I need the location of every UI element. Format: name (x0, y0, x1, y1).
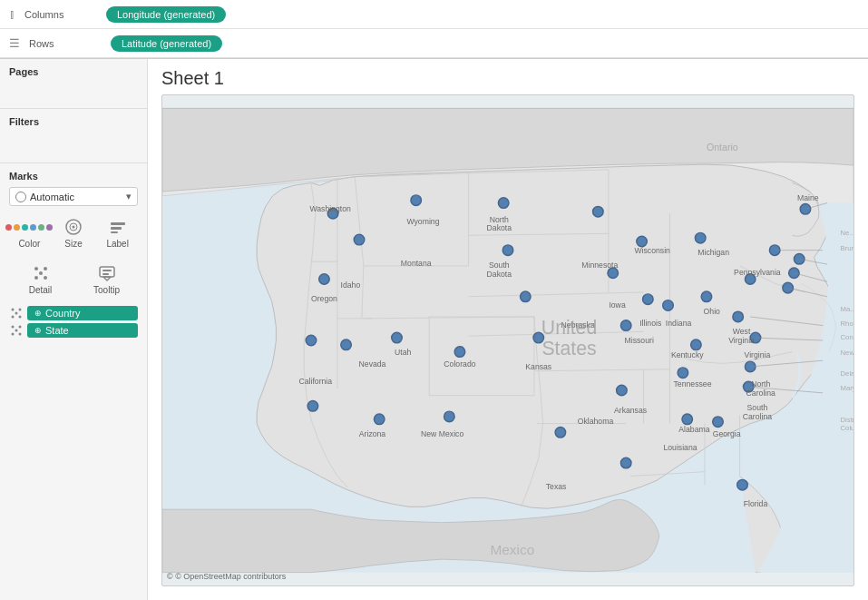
svg-text:Pennsylvania: Pennsylvania (734, 268, 781, 277)
svg-point-63 (502, 245, 513, 256)
detail-tooltip-row: Detail Tooltip (9, 260, 138, 299)
svg-text:Ne...: Ne... (841, 229, 853, 237)
pages-section: Pages (0, 59, 147, 109)
marks-field-country: ⊕ Country (9, 306, 138, 320)
color-dot-red (5, 224, 12, 231)
svg-text:West: West (733, 327, 751, 336)
svg-text:North: North (490, 215, 509, 224)
detail-label: Detail (29, 285, 53, 295)
top-bar: ⫿ Columns Longitude (generated) ☰ Rows L… (0, 0, 868, 59)
svg-text:Utah: Utah (395, 348, 411, 357)
svg-point-24 (19, 333, 22, 336)
svg-point-58 (411, 195, 422, 206)
svg-point-61 (444, 411, 455, 422)
svg-rect-13 (102, 270, 112, 271)
marks-title: Marks (9, 171, 138, 182)
svg-text:Illinois: Illinois (639, 319, 662, 328)
content-area: Sheet 1 (148, 59, 868, 600)
state-field[interactable]: ⊕ State (27, 323, 138, 338)
svg-point-57 (374, 414, 385, 425)
svg-point-66 (593, 206, 604, 217)
svg-rect-14 (102, 273, 109, 275)
rows-pill[interactable]: Latitude (generated) (111, 35, 222, 52)
columns-pill[interactable]: Longitude (generated) (106, 6, 226, 23)
color-icon (19, 217, 39, 237)
svg-text:Texas: Texas (546, 482, 567, 491)
svg-text:Maryland: Maryland (841, 384, 853, 392)
main-area: Pages Filters Marks Automatic ▾ (0, 59, 868, 600)
svg-point-10 (44, 276, 47, 280)
svg-point-23 (12, 333, 15, 336)
map-attribution: © © OpenStreetMap contributors (167, 572, 286, 581)
svg-point-71 (643, 294, 654, 305)
marks-type-dropdown[interactable]: Automatic ▾ (9, 187, 138, 206)
svg-point-2 (72, 226, 74, 229)
svg-text:Ma...: Ma... (841, 305, 853, 313)
svg-text:Columbia: Columbia (841, 424, 853, 432)
svg-text:Carolina: Carolina (746, 389, 775, 398)
svg-rect-5 (111, 231, 118, 233)
label-icon (108, 217, 128, 237)
svg-point-20 (12, 326, 15, 329)
tooltip-icon (97, 263, 117, 283)
svg-text:Connecti...: Connecti... (841, 333, 853, 341)
svg-text:Rhod...: Rhod... (841, 320, 853, 328)
color-button[interactable]: Color (9, 213, 50, 252)
svg-text:Oklahoma: Oklahoma (578, 417, 614, 426)
marks-type-label: Automatic (30, 192, 74, 202)
svg-text:Kentucky: Kentucky (671, 350, 704, 359)
map-container[interactable]: Washington Oregon Montana North Dakota S… (161, 94, 854, 586)
country-field[interactable]: ⊕ Country (27, 306, 138, 320)
svg-text:Kansas: Kansas (525, 362, 552, 371)
sidebar: Pages Filters Marks Automatic ▾ (0, 59, 148, 600)
tooltip-label: Tooltip (93, 285, 120, 295)
detail-button[interactable]: Detail (9, 260, 72, 299)
tooltip-button[interactable]: Tooltip (75, 260, 138, 299)
svg-text:Arizona: Arizona (359, 429, 386, 438)
svg-text:Bruns...: Bruns... (841, 244, 853, 252)
svg-point-69 (555, 427, 566, 438)
svg-rect-11 (100, 267, 114, 277)
svg-text:Ontario: Ontario (707, 142, 738, 152)
svg-text:South: South (489, 261, 510, 270)
svg-point-59 (392, 332, 403, 343)
svg-marker-12 (103, 277, 111, 280)
svg-point-16 (15, 312, 18, 315)
rows-row: ☰ Rows Latitude (generated) (0, 29, 868, 58)
size-button[interactable]: Size (54, 213, 94, 252)
svg-rect-4 (111, 227, 122, 230)
svg-point-19 (19, 316, 22, 319)
svg-text:Wyoming: Wyoming (406, 217, 439, 226)
svg-rect-3 (111, 222, 125, 225)
svg-text:Carolina: Carolina (743, 412, 772, 421)
detail-icon (31, 263, 51, 283)
svg-text:Missouri: Missouri (625, 336, 654, 345)
marks-field-state: ⊕ State (9, 323, 138, 338)
svg-text:Montana: Montana (401, 259, 432, 268)
svg-text:Florida: Florida (744, 499, 768, 508)
svg-text:Colorado: Colorado (444, 359, 475, 369)
svg-text:District of: District of (841, 416, 853, 424)
svg-text:North: North (751, 379, 770, 389)
color-dot-orange (14, 224, 20, 231)
svg-point-77 (713, 417, 724, 428)
columns-label: Columns (24, 9, 97, 20)
columns-row: ⫿ Columns Longitude (generated) (0, 0, 868, 29)
svg-text:Dakota: Dakota (487, 270, 512, 279)
color-dot-green (38, 224, 44, 231)
size-label: Size (64, 239, 82, 249)
filters-section: Filters (0, 109, 147, 163)
dropdown-arrow-icon: ▾ (126, 191, 132, 202)
svg-text:Washington: Washington (309, 204, 351, 213)
color-dot-blue (30, 224, 36, 231)
svg-point-79 (701, 291, 712, 302)
label-button[interactable]: Label (97, 213, 138, 252)
svg-text:Iowa: Iowa (609, 300, 625, 310)
rows-label: Rows (29, 38, 102, 49)
marks-circle-icon (15, 192, 26, 202)
svg-point-52 (319, 274, 330, 285)
svg-point-53 (306, 335, 317, 346)
svg-text:Georgia: Georgia (713, 429, 741, 438)
svg-point-9 (34, 276, 38, 280)
attribution-text: © OpenStreetMap contributors (175, 572, 286, 581)
